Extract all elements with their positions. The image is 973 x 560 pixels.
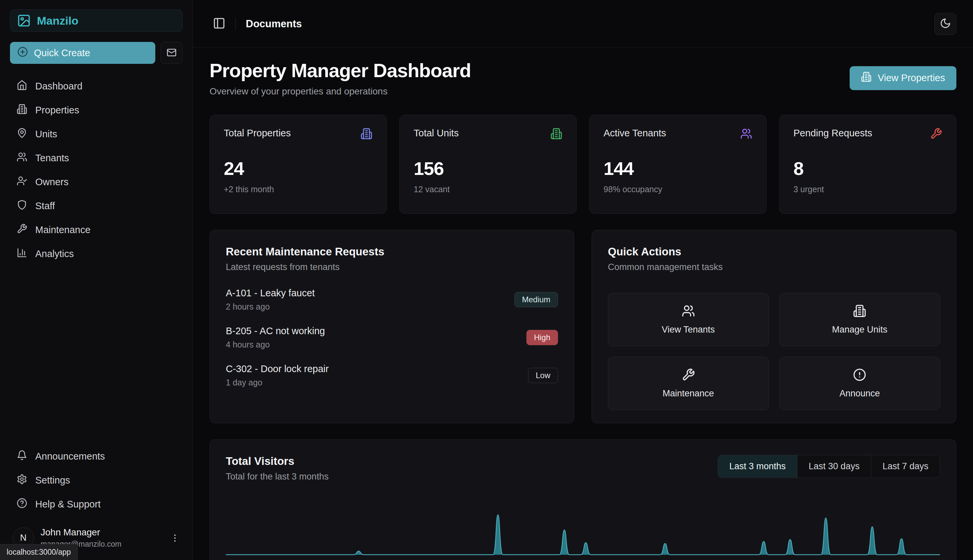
sidebar-item-label: Owners (35, 177, 68, 188)
stat-label: Total Units (414, 128, 458, 139)
card-subtitle: Common management tasks (608, 262, 940, 272)
request-time: 1 day ago (226, 378, 328, 387)
map-pin-icon (17, 128, 27, 141)
main-area: Documents Property Manager Dashboard Ove… (193, 0, 973, 560)
sidebar-item-staff[interactable]: Staff (10, 195, 183, 217)
quick-create-label: Quick Create (34, 48, 90, 58)
brand-name: Manzilo (37, 14, 78, 27)
quick-create-button[interactable]: Quick Create (10, 42, 155, 64)
stat-card-total-properties: Total Properties 24 +2 this month (210, 115, 387, 214)
recent-maintenance-card: Recent Maintenance Requests Latest reque… (210, 230, 574, 423)
brand-logo[interactable]: Manzilo (10, 9, 183, 32)
sidebar-item-analytics[interactable]: Analytics (10, 243, 183, 265)
maintenance-list-item[interactable]: B-205 - AC not working 4 hours ago High (226, 325, 558, 350)
app-window: Manzilo Quick Create Dashboard Propertie… (0, 0, 973, 560)
announce-button[interactable]: Announce (780, 357, 940, 410)
priority-badge: Low (528, 368, 558, 383)
range-last-3-months[interactable]: Last 3 months (718, 455, 797, 478)
request-title: B-205 - AC not working (226, 325, 325, 337)
breadcrumb: Documents (246, 18, 302, 30)
stat-value: 24 (224, 158, 372, 179)
page-subtitle: Overview of your properties and operatio… (210, 86, 471, 97)
sidebar-toggle-button[interactable] (213, 17, 225, 31)
card-subtitle: Total for the last 3 months (226, 472, 328, 482)
card-title: Total Visitors (226, 455, 328, 468)
range-last-30-days[interactable]: Last 30 days (797, 455, 871, 478)
sidebar-item-dashboard[interactable]: Dashboard (10, 75, 183, 97)
gear-icon (17, 474, 27, 487)
page-content: Property Manager Dashboard Overview of y… (193, 48, 973, 560)
home-icon (17, 80, 27, 93)
priority-badge: High (526, 330, 558, 345)
wrench-icon (682, 368, 695, 382)
help-circle-icon (17, 498, 27, 511)
stat-card-total-units: Total Units 156 12 vacant (399, 115, 576, 214)
panel-left-icon (213, 17, 225, 31)
sidebar-item-label: Staff (35, 200, 55, 212)
bar-chart-icon (17, 247, 27, 260)
view-tenants-button[interactable]: View Tenants (608, 293, 769, 346)
view-properties-label: View Properties (878, 72, 945, 83)
shield-icon (17, 200, 27, 212)
mail-icon (167, 48, 177, 58)
sidebar-nav: Dashboard Properties Units Tenants Owner… (10, 75, 183, 265)
chart-area (226, 497, 940, 560)
wrench-icon (930, 128, 942, 141)
stat-label: Total Properties (224, 128, 291, 139)
stat-subtext: +2 this month (224, 185, 372, 194)
sidebar-item-maintenance[interactable]: Maintenance (10, 219, 183, 241)
priority-badge: Medium (515, 292, 558, 307)
quick-actions-card: Quick Actions Common management tasks Vi… (591, 230, 956, 423)
maintenance-list-item[interactable]: A-101 - Leaky faucet 2 hours ago Medium (226, 288, 558, 312)
stat-subtext: 3 urgent (793, 185, 942, 194)
bell-icon (17, 450, 27, 463)
alert-circle-icon (853, 368, 866, 382)
dots-vertical-icon[interactable] (170, 533, 180, 543)
stat-subtext: 98% occupancy (603, 185, 752, 194)
action-label: Manage Units (832, 325, 888, 335)
sidebar-item-label: Announcements (35, 451, 105, 462)
maintenance-list-item[interactable]: C-302 - Door lock repair 1 day ago Low (226, 363, 558, 387)
users-icon (17, 152, 27, 165)
user-check-icon (17, 176, 27, 188)
action-label: Maintenance (662, 388, 714, 399)
plus-circle-icon (17, 47, 28, 60)
sidebar-item-announcements[interactable]: Announcements (10, 445, 183, 467)
sidebar-item-owners[interactable]: Owners (10, 171, 183, 193)
topbar: Documents (193, 0, 973, 48)
maintenance-button[interactable]: Maintenance (608, 357, 769, 410)
stat-card-active-tenants: Active Tenants 144 98% occupancy (589, 115, 766, 214)
sidebar-item-help-support[interactable]: Help & Support (10, 493, 183, 515)
stats-row: Total Properties 24 +2 this month Total … (210, 115, 956, 214)
sidebar-item-units[interactable]: Units (10, 123, 183, 145)
card-subtitle: Latest requests from tenants (226, 262, 558, 272)
theme-toggle-button[interactable] (935, 13, 956, 35)
view-properties-button[interactable]: View Properties (850, 66, 956, 90)
stat-value: 8 (793, 158, 942, 179)
sidebar-item-settings[interactable]: Settings (10, 469, 183, 491)
sidebar-spacer (10, 265, 183, 445)
total-visitors-card: Total Visitors Total for the last 3 mont… (210, 439, 956, 560)
building-icon (853, 304, 866, 318)
page-header-text: Property Manager Dashboard Overview of y… (210, 59, 471, 97)
manage-units-button[interactable]: Manage Units (780, 293, 940, 346)
browser-status-bubble: localhost:3000/app (0, 544, 78, 560)
card-title: Quick Actions (608, 245, 940, 258)
request-title: C-302 - Door lock repair (226, 363, 328, 375)
sidebar-item-properties[interactable]: Properties (10, 99, 183, 121)
stat-card-pending-requests: Pending Requests 8 3 urgent (779, 115, 956, 214)
sidebar-item-label: Properties (35, 105, 79, 116)
range-segmented-control: Last 3 months Last 30 days Last 7 days (718, 455, 940, 478)
building-icon (360, 128, 372, 141)
quick-actions-grid: View Tenants Manage Units Maintenance (608, 293, 940, 410)
building-icon (17, 104, 27, 117)
range-last-7-days[interactable]: Last 7 days (871, 455, 940, 478)
page-header: Property Manager Dashboard Overview of y… (210, 59, 956, 97)
sidebar: Manzilo Quick Create Dashboard Propertie… (0, 0, 193, 560)
request-time: 2 hours ago (226, 302, 315, 312)
sidebar-item-label: Settings (35, 475, 70, 486)
avatar-initial: N (20, 533, 27, 543)
building-icon (550, 128, 562, 141)
mail-button[interactable] (161, 42, 183, 64)
sidebar-item-tenants[interactable]: Tenants (10, 147, 183, 169)
